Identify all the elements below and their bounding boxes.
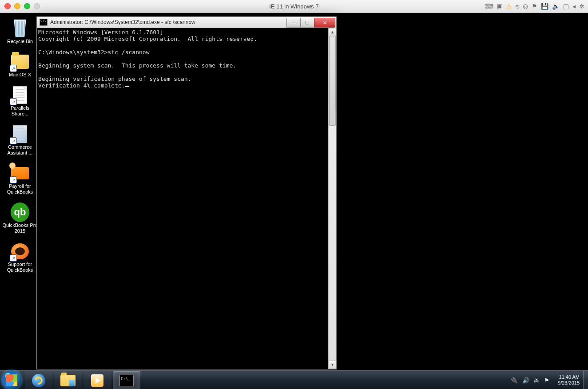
trash-icon	[12, 20, 28, 37]
mac-close-button[interactable]	[4, 3, 11, 9]
keyboard-icon[interactable]: ⌨	[485, 3, 493, 9]
scroll-down-button[interactable]: ▼	[329, 361, 336, 369]
pip-icon[interactable]: ▣	[497, 3, 503, 9]
network-icon[interactable]: 🖧	[534, 377, 540, 384]
cmd-scrollbar[interactable]: ▲ ▼	[328, 28, 336, 369]
parallels-toolbar-icons: ⌨ ▣ ⚠ ⎋ ◎ ⚑ 💾 🔈 ▢ ◂ ✲	[485, 3, 584, 9]
vm-window-title: IE 11 in Windows 7	[269, 3, 318, 10]
mac-minimize-button[interactable]	[14, 3, 20, 9]
desktop-icons: Recycle Bin ↗ Mac OS X ↗ Parallels Share…	[2, 19, 38, 273]
shortcut-arrow-icon: ↗	[10, 254, 17, 262]
cmd-icon	[119, 375, 134, 386]
internet-explorer-icon	[32, 374, 45, 387]
system-tray: 🔌 🔊 🖧 ⚑ 11:40 AM 9/23/2015	[511, 371, 588, 389]
cmd-window-title: Administrator: C:\Windows\System32\cmd.e…	[50, 19, 287, 25]
media-player-icon	[91, 374, 103, 387]
desktop-icon-commerce-assistant[interactable]: ↗ Commerce Assistant ...	[2, 125, 38, 156]
close-button[interactable]: ✕	[314, 18, 335, 28]
cmd-title-icon	[40, 19, 48, 26]
cd-icon[interactable]: ◎	[523, 3, 528, 9]
maximize-button[interactable]: ☐	[300, 18, 314, 28]
desktop-icon-label: Recycle Bin	[7, 39, 33, 44]
cmd-body[interactable]: Microsoft Windows [Version 6.1.7601] Cop…	[37, 28, 336, 369]
desktop-icon-quickbooks-pro[interactable]: qb QuickBooks Pro 2015	[2, 203, 38, 234]
minimize-button[interactable]: ─	[286, 18, 301, 28]
tray-time-value: 11:40 AM	[558, 374, 580, 380]
traffic-lights	[4, 3, 40, 9]
desktop-icon-label: Support for QuickBooks	[2, 262, 38, 273]
file-explorer-icon	[60, 375, 75, 386]
desktop-icon-payroll-quickbooks[interactable]: ↗ Payroll for QuickBooks	[2, 164, 38, 195]
display-icon[interactable]: ▢	[563, 3, 569, 9]
cmd-window[interactable]: Administrator: C:\Windows\System32\cmd.e…	[36, 16, 337, 369]
show-desktop-button[interactable]	[583, 371, 588, 389]
floppy-icon[interactable]: 💾	[541, 3, 548, 9]
cmd-titlebar[interactable]: Administrator: C:\Windows\System32\cmd.e…	[37, 17, 336, 28]
desktop-icon-label: QuickBooks Pro 2015	[2, 222, 38, 234]
cmd-window-buttons: ─ ☐ ✕	[287, 18, 335, 27]
scroll-thumb[interactable]	[329, 36, 336, 126]
usb-icon[interactable]: ⎋	[516, 3, 519, 9]
warning-icon[interactable]: ⚠	[506, 3, 512, 9]
clipboard-icon[interactable]: ⚑	[532, 3, 537, 9]
tray-icons: 🔌 🔊 🖧 ⚑	[511, 377, 554, 384]
win7-desktop[interactable]: Recycle Bin ↗ Mac OS X ↗ Parallels Share…	[0, 13, 588, 389]
taskbar-item-ie[interactable]	[25, 371, 52, 389]
shortcut-arrow-icon: ↗	[10, 176, 17, 183]
quickbooks-icon: qb	[11, 202, 29, 222]
desktop-icon-parallels-share[interactable]: ↗ Parallels Share...	[2, 86, 38, 117]
sound-icon[interactable]: 🔈	[552, 3, 560, 9]
power-icon[interactable]: 🔌	[511, 377, 518, 384]
desktop-icon-support-quickbooks[interactable]: ↗ Support for QuickBooks	[2, 242, 38, 273]
action-center-icon[interactable]: ⚑	[544, 377, 549, 384]
shortcut-arrow-icon: ↗	[10, 137, 17, 144]
taskbar-item-cmd[interactable]	[113, 371, 140, 389]
desktop-icon-label: Parallels Share...	[2, 105, 38, 117]
gear-icon[interactable]: ✲	[579, 3, 584, 9]
sound-icon[interactable]: 🔊	[522, 377, 529, 384]
scroll-up-button[interactable]: ▲	[329, 28, 336, 36]
mac-titlebar: IE 11 in Windows 7 ⌨ ▣ ⚠ ⎋ ◎ ⚑ 💾 🔈 ▢ ◂ ✲	[0, 0, 588, 13]
cmd-output[interactable]: Microsoft Windows [Version 6.1.7601] Cop…	[37, 28, 328, 369]
desktop-icon-recycle-bin[interactable]: Recycle Bin	[2, 19, 38, 44]
text-cursor	[125, 86, 129, 87]
taskbar-pinned-apps	[25, 371, 140, 389]
taskbar-item-wmp[interactable]	[83, 371, 111, 389]
shortcut-arrow-icon: ↗	[10, 65, 17, 72]
win7-taskbar: 🔌 🔊 🖧 ⚑ 11:40 AM 9/23/2015	[0, 370, 588, 389]
tray-date-value: 9/23/2015	[558, 380, 580, 386]
mac-zoom-button[interactable]	[24, 3, 30, 9]
taskbar-item-explorer[interactable]	[54, 371, 82, 389]
desktop-icon-label: Payroll for QuickBooks	[2, 183, 38, 195]
desktop-icon-label: Mac OS X	[9, 72, 31, 78]
collapse-icon[interactable]: ◂	[572, 3, 576, 9]
shortcut-arrow-icon: ↗	[10, 98, 17, 105]
mac-spare-button	[34, 3, 40, 9]
start-button[interactable]	[2, 370, 21, 389]
tray-clock[interactable]: 11:40 AM 9/23/2015	[554, 374, 583, 386]
desktop-icon-label: Commerce Assistant ...	[2, 144, 38, 156]
desktop-icon-mac-os-x[interactable]: ↗ Mac OS X	[2, 52, 38, 78]
